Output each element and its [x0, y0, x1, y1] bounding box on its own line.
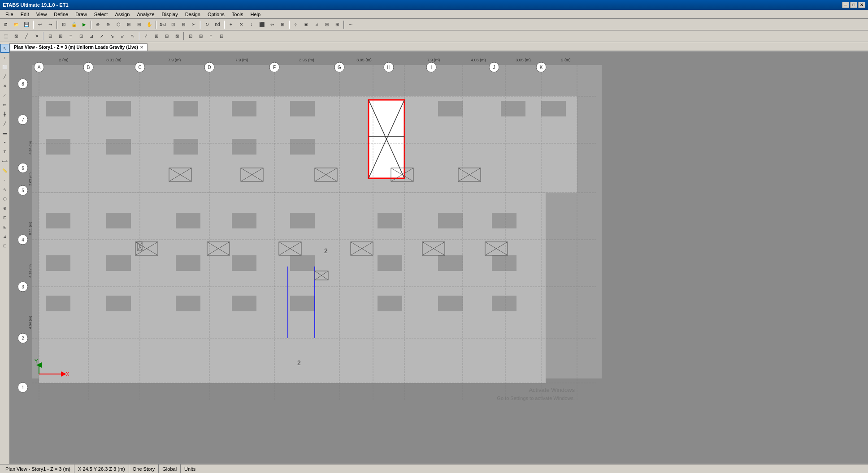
node-btn[interactable]: · — [0, 176, 9, 185]
draw-slab-btn[interactable]: ▪ — [0, 138, 9, 147]
zoom-all-button[interactable]: ⊞ — [124, 20, 134, 30]
tb2-btn10[interactable]: ∕ — [141, 31, 151, 41]
tb2-btn7[interactable]: ↘ — [107, 31, 117, 41]
draw-wall-btn[interactable]: ▬ — [0, 129, 9, 138]
menu-select[interactable]: Select — [91, 10, 112, 18]
tb2-btn15[interactable]: ⊞ — [196, 31, 206, 41]
snap-settings-btn[interactable]: ⊕ — [0, 204, 9, 213]
tb2-btn2[interactable]: ⊞ — [56, 31, 65, 41]
extrude-button[interactable]: ⬛ — [257, 20, 267, 30]
tb2-btn13[interactable]: ⊠ — [172, 31, 182, 41]
rubber-band-select-btn[interactable]: ⬜ — [0, 63, 9, 72]
sep4 — [156, 21, 156, 29]
undo-button[interactable]: ↩ — [35, 20, 45, 30]
menu-design[interactable]: Design — [182, 10, 204, 18]
menu-view[interactable]: View — [33, 10, 51, 18]
menu-file[interactable]: File — [2, 10, 17, 18]
more-button[interactable]: ··· — [346, 20, 356, 30]
text-tool-btn[interactable]: T — [0, 147, 9, 156]
pointer-button[interactable]: ⊹ — [291, 20, 301, 30]
restore-button[interactable]: □ — [850, 2, 857, 8]
plan-view-button[interactable]: ⊡ — [168, 20, 178, 30]
svg-rect-16 — [541, 101, 566, 116]
elev-view-button[interactable]: ⊟ — [178, 20, 188, 30]
menu-define[interactable]: Define — [50, 10, 72, 18]
reshape-btn[interactable]: ↕ — [0, 53, 9, 62]
zoom-prev-button[interactable]: ⊟ — [134, 20, 144, 30]
line-select-btn[interactable]: ╱ — [0, 72, 9, 81]
select-intersect-btn[interactable]: ⊠ — [11, 31, 21, 41]
insert-button[interactable]: + — [226, 20, 236, 30]
select-line-btn[interactable]: ╱ — [22, 31, 31, 41]
save-button[interactable]: 💾 — [22, 20, 31, 30]
sep7 — [289, 21, 290, 29]
section-button[interactable]: ▣ — [301, 20, 311, 30]
svg-text:3: 3 — [22, 284, 24, 289]
measure-btn[interactable]: 📏 — [0, 166, 9, 175]
view-tab-plan[interactable]: Plan View - Story1 - Z = 3 (m) Uniform L… — [10, 43, 148, 51]
menu-edit[interactable]: Edit — [17, 10, 33, 18]
assign-btn[interactable]: ⊞ — [0, 223, 9, 232]
select-pointer-btn[interactable]: ↖ — [0, 44, 9, 53]
view-3d-btn[interactable]: ⊿ — [0, 232, 9, 241]
minimize-button[interactable]: ─ — [842, 2, 849, 8]
tb2-btn12[interactable]: ⊟ — [162, 31, 172, 41]
draw-area-btn[interactable]: ▭ — [0, 100, 9, 109]
dimension-btn[interactable]: ⟺ — [0, 157, 9, 166]
restore-default-button[interactable]: nd — [213, 20, 222, 30]
tb2-btn11[interactable]: ⊞ — [152, 31, 161, 41]
menu-options[interactable]: Options — [204, 10, 228, 18]
viewport[interactable]: 2 — [10, 51, 868, 464]
run-button[interactable]: ▶ — [79, 20, 89, 30]
new-button[interactable]: 🗎 — [1, 20, 11, 30]
section-cut-button[interactable]: ✂ — [189, 20, 199, 30]
clear-select-btn[interactable]: ✕ — [32, 31, 42, 41]
properties-btn[interactable]: ⊡ — [0, 213, 9, 222]
tb2-btn5[interactable]: ⊿ — [87, 31, 96, 41]
view-xy-btn[interactable]: ⊟ — [0, 241, 9, 250]
draw-brace-btn[interactable]: ╱ — [0, 119, 9, 128]
tb2-btn16[interactable]: ≡ — [206, 31, 216, 41]
3d-view-button[interactable]: 3-d — [158, 20, 168, 30]
draw-column-btn[interactable]: ╋ — [0, 110, 9, 119]
tb2-btn14[interactable]: ⊡ — [186, 31, 195, 41]
tab-close-btn[interactable]: ✕ — [140, 45, 143, 50]
select-all-btn[interactable]: ⬚ — [1, 31, 11, 41]
assign2-button[interactable]: ⊞ — [332, 20, 342, 30]
tb2-btn1[interactable]: ⊟ — [45, 31, 55, 41]
delete-button[interactable]: ✕ — [236, 20, 246, 30]
tb2-btn9[interactable]: ↖ — [128, 31, 138, 41]
zoom-out-button[interactable]: ⊖ — [103, 20, 113, 30]
menu-display[interactable]: Display — [158, 10, 182, 18]
extrude2-button[interactable]: ⊿ — [312, 20, 321, 30]
replicate-button[interactable]: ⊞ — [278, 20, 287, 30]
refresh-button[interactable]: ↻ — [202, 20, 212, 30]
menu-draw[interactable]: Draw — [72, 10, 91, 18]
mirror-button[interactable]: ⇔ — [267, 20, 277, 30]
svg-rect-58 — [176, 296, 200, 311]
pan-button[interactable]: ✋ — [144, 20, 154, 30]
link-btn[interactable]: ⬡ — [0, 194, 9, 203]
tb2-btn17[interactable]: ⊟ — [217, 31, 226, 41]
menu-analyze[interactable]: Analyze — [133, 10, 158, 18]
tb2-btn3[interactable]: ≡ — [66, 31, 76, 41]
menu-tools[interactable]: Tools — [228, 10, 247, 18]
tb2-btn8[interactable]: ↙ — [117, 31, 127, 41]
prop-button[interactable]: ⊟ — [322, 20, 332, 30]
open-button[interactable]: 📂 — [11, 20, 21, 30]
close-button[interactable]: ✕ — [858, 2, 865, 8]
move-button[interactable]: ↕ — [247, 20, 256, 30]
zoom-in-button[interactable]: ⊕ — [93, 20, 103, 30]
redo-button[interactable]: ↪ — [45, 20, 55, 30]
intersect-btn[interactable]: ✕ — [0, 82, 9, 90]
spring-btn[interactable]: ∿ — [0, 185, 9, 194]
lock-button[interactable]: 🔒 — [69, 20, 79, 30]
svg-rect-53 — [378, 255, 402, 271]
tb2-btn6[interactable]: ↗ — [97, 31, 107, 41]
rubber-band-button[interactable]: ⊡ — [59, 20, 69, 30]
tb2-btn4[interactable]: ⊡ — [76, 31, 86, 41]
menu-help[interactable]: Help — [247, 10, 265, 18]
zoom-box-button[interactable]: ⬡ — [113, 20, 123, 30]
menu-assign[interactable]: Assign — [111, 10, 133, 18]
draw-line-left-btn[interactable]: ∕ — [0, 91, 9, 100]
